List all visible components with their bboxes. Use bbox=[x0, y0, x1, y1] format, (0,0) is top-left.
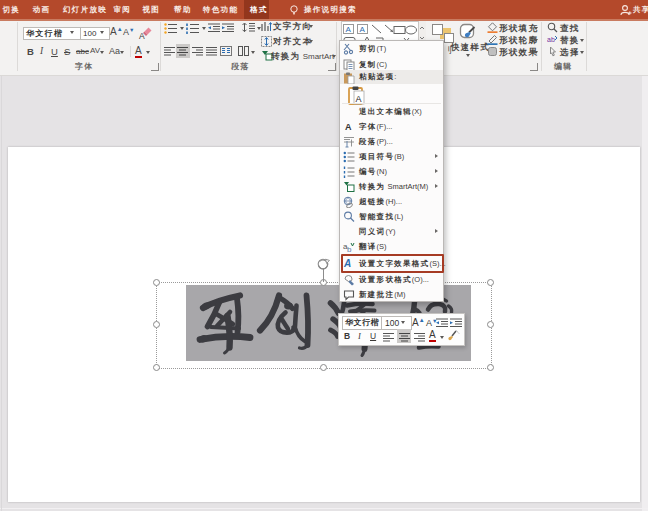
svg-text:A: A bbox=[356, 93, 362, 103]
svg-text:b: b bbox=[347, 245, 352, 253]
